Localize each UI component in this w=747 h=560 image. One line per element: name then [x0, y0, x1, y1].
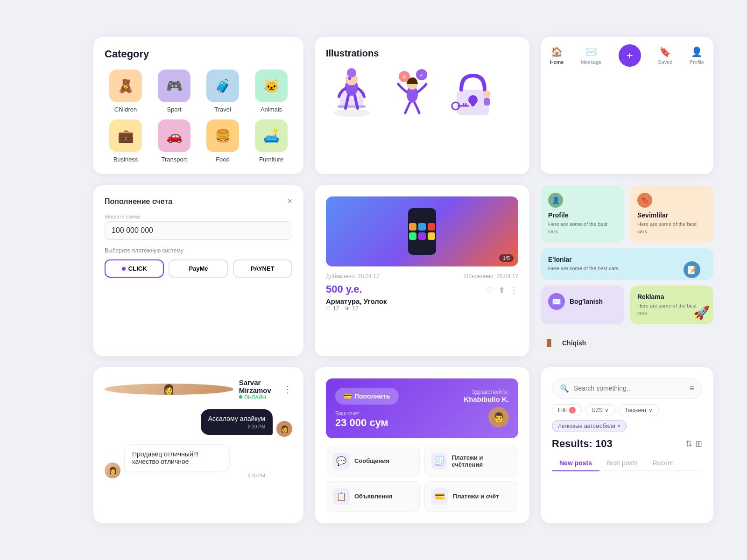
product-stats: ♡ 12 👁 12	[326, 305, 518, 312]
search-input[interactable]	[574, 385, 684, 392]
uzs-chevron: ∨	[605, 407, 609, 413]
more-options-button[interactable]: ⋮	[510, 285, 518, 295]
menu-grid: 💬 Сообщения 🧾 Платежи и счётления 📋 Объя…	[326, 446, 518, 512]
cat-transport-icon[interactable]: 🚗	[158, 119, 190, 152]
tab-best-posts[interactable]: Best posts	[599, 455, 645, 471]
elonglar-title: E'lonlar	[548, 256, 619, 263]
menu-greeting: Здравствуйте,	[464, 389, 509, 395]
illustration-1	[326, 66, 377, 118]
topup-button[interactable]: 💳 Пополнить	[335, 388, 399, 405]
filter-icon[interactable]: ≡	[689, 384, 694, 393]
svg-text:✕: ✕	[402, 74, 407, 80]
like-button[interactable]: ♡	[486, 285, 493, 295]
message-icon: ✉️	[585, 46, 597, 57]
cat-travel-icon[interactable]: 🧳	[206, 70, 239, 102]
nav-add-button[interactable]: +	[619, 44, 641, 67]
cat-food-icon[interactable]: 🍔	[206, 119, 239, 152]
elonglar-dash-card[interactable]: E'lonlar Here are some of the best cars …	[541, 248, 713, 280]
boglanish-icon: ✉️	[548, 293, 565, 310]
nav-profile[interactable]: 👤 Profile	[690, 46, 704, 65]
sort-button[interactable]: ⇅	[685, 439, 692, 449]
dashboard-row-1: 👤 Profile Here are some of the best cars…	[541, 185, 713, 243]
click-payment-button[interactable]: CLICK	[105, 259, 164, 278]
profile-dash-avatar: 👤	[548, 193, 563, 208]
product-overlay	[326, 196, 518, 266]
illustration-container: ✕ ✓	[326, 66, 518, 118]
cat-transport[interactable]: 🚗 Transport	[153, 119, 195, 163]
cat-animals[interactable]: 🐱 Animals	[250, 70, 292, 113]
cat-transport-label: Transport	[161, 156, 187, 163]
payment-subtitle: Выберите платежную систему	[105, 247, 292, 254]
elonglar-icon: 📝	[684, 261, 700, 278]
reklama-dash-card[interactable]: Reklama Here are some of the best cars 🚀	[630, 286, 713, 324]
cat-business-icon[interactable]: 💼	[109, 119, 142, 152]
boglanish-dash-card[interactable]: ✉️ Bog'lanish	[541, 286, 624, 324]
filter-button[interactable]: Filtr !	[552, 404, 582, 416]
illustration-2: ✕ ✓	[387, 66, 438, 118]
product-action-buttons: ♡ ⬆ ⋮	[486, 285, 518, 295]
dashboard-row-2: ✉️ Bog'lanish Reklama Here are some of t…	[541, 286, 713, 324]
uzs-label: UZS	[592, 407, 603, 413]
profile-dash-card[interactable]: 👤 Profile Here are some of the best cars	[541, 185, 624, 243]
cat-sport[interactable]: 🎮 Sport	[153, 70, 195, 113]
payment-close-button[interactable]: ×	[287, 196, 292, 206]
cat-sport-icon[interactable]: 🎮	[158, 70, 190, 102]
tab-recent[interactable]: Recent	[645, 455, 680, 471]
menu-username: Khabibullo K.	[464, 395, 509, 403]
cat-business[interactable]: 💼 Business	[105, 119, 147, 163]
message-row-2: 👩 Продавец отличный!!! качество отличное…	[105, 444, 292, 478]
menu-messages-icon: 💬	[333, 453, 350, 469]
car-close[interactable]: ×	[617, 423, 620, 429]
app-icon-2	[418, 223, 426, 231]
sevimlilar-dash-title: Sevimlilar	[637, 211, 706, 219]
sevimlilar-dash-card[interactable]: 🔖 Sevimlilar Here are some of the best c…	[630, 185, 713, 243]
cat-children[interactable]: 🧸 Children	[105, 70, 147, 113]
nav-saved-label: Saved	[658, 59, 672, 65]
car-filter[interactable]: Легковые автомобили ×	[552, 420, 627, 432]
svg-rect-2	[338, 105, 366, 108]
boglanish-row: ✉️ Bog'lanish	[548, 293, 617, 310]
elonglar-row: E'lonlar Here are some of the best cars …	[548, 256, 706, 273]
menu-messages[interactable]: 💬 Сообщения	[326, 446, 420, 476]
payment-input-label: Введите сумму	[105, 214, 292, 219]
payme-payment-button[interactable]: PayMe	[169, 259, 228, 278]
cat-children-icon[interactable]: 🧸	[109, 70, 142, 102]
product-name: Арматура, Уголок	[326, 297, 518, 305]
cat-furniture-icon[interactable]: 🛋️	[255, 119, 288, 152]
cat-animals-icon[interactable]: 🐱	[255, 70, 288, 102]
cat-furniture-label: Furniture	[259, 156, 283, 163]
cat-food[interactable]: 🍔 Food	[202, 119, 244, 163]
menu-payments[interactable]: 🧾 Платежи и счётления	[424, 446, 518, 476]
share-button[interactable]: ⬆	[498, 285, 505, 295]
svg-text:✓: ✓	[419, 72, 424, 78]
grid-view-button[interactable]: ⊞	[695, 439, 702, 449]
nav-saved[interactable]: 🔖 Saved	[658, 46, 672, 65]
svg-point-16	[483, 91, 491, 98]
paynet-payment-button[interactable]: PAYNET	[233, 259, 292, 278]
tab-new-posts[interactable]: New posts	[552, 455, 599, 471]
cat-furniture[interactable]: 🛋️ Furniture	[250, 119, 292, 163]
nav-home[interactable]: 🏠 Home	[550, 46, 564, 65]
menu-user-avatar: 👨	[488, 407, 509, 427]
chiqish-item[interactable]: 🚪 Chiqish	[541, 330, 713, 356]
menu-account[interactable]: 💳 Платежи и счёт	[424, 481, 518, 512]
uzs-filter[interactable]: UZS ∨	[585, 404, 615, 416]
menu-user-info: Здравствуйте, Khabibullo K.	[464, 389, 509, 403]
nav-message[interactable]: ✉️ Message	[581, 46, 602, 65]
reklama-rocket-icon: 🚀	[693, 305, 710, 321]
msg-sender-avatar: 👩	[276, 421, 292, 437]
city-filter[interactable]: Ташкент ∨	[619, 404, 659, 416]
chat-more-button[interactable]: ⋮	[283, 384, 292, 395]
topup-label: Пополнить	[354, 392, 390, 400]
balance-section: Ваш счет: 23 000 сум	[335, 410, 399, 429]
payment-amount-input[interactable]	[105, 221, 292, 240]
chat-avatar: 👩	[105, 384, 233, 395]
results-row: Results: 103 ⇅ ⊞	[552, 438, 702, 450]
product-updated: Обновлено: 28.04.17	[464, 273, 518, 280]
product-likes: ♡ 12	[326, 305, 339, 312]
cat-travel[interactable]: 🧳 Travel	[202, 70, 244, 113]
menu-announcements[interactable]: 📋 Объявления	[326, 481, 420, 512]
svg-rect-17	[484, 98, 490, 105]
menu-payments-label: Платежи и счётления	[451, 454, 511, 468]
svg-point-6	[347, 68, 356, 77]
